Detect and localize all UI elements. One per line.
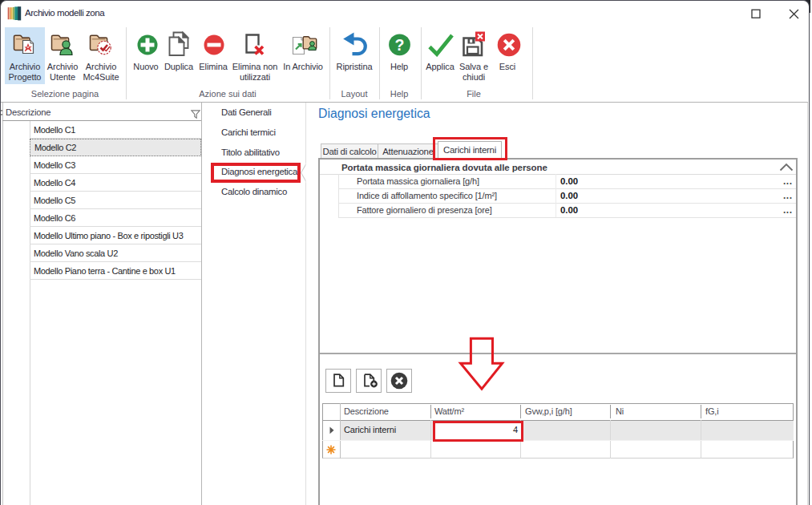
svg-text:?: ? xyxy=(395,36,405,54)
